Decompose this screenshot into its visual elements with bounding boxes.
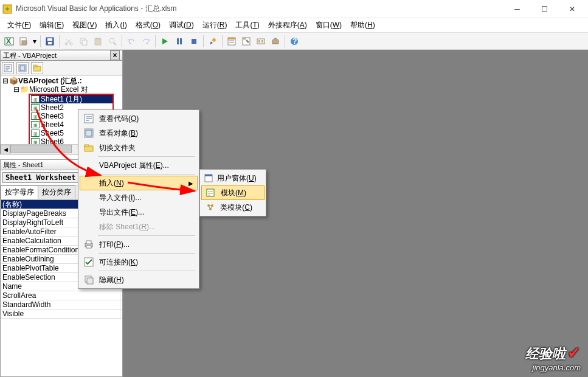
ctx-separator xyxy=(98,235,195,236)
svg-rect-55 xyxy=(205,175,212,176)
menu-格式[interactable]: 格式(O) xyxy=(132,19,164,32)
insert-submenu: 用户窗体(U)模块(M)类模块(C) xyxy=(199,169,266,216)
stop-icon[interactable] xyxy=(187,35,201,48)
properties-icon[interactable] xyxy=(240,35,253,48)
menu-运行[interactable]: 运行(R) xyxy=(199,19,231,32)
pause-icon[interactable] xyxy=(173,35,186,48)
tree-sheet-item[interactable]: ⊞Sheet1 (1月) xyxy=(31,95,112,103)
code-icon xyxy=(82,112,95,125)
menu-窗口[interactable]: 窗口(W) xyxy=(312,19,345,32)
view-code-icon[interactable] xyxy=(2,62,14,74)
tab-categorized[interactable]: 按分类序 xyxy=(38,185,75,199)
titlebar: ✦ Microsoft Visual Basic for Application… xyxy=(0,0,588,18)
close-button[interactable]: ✕ xyxy=(558,1,586,18)
svg-rect-53 xyxy=(87,278,93,284)
ctx-item-导出文件[interactable]: 导出文件(E)... xyxy=(80,205,198,220)
project-panel-close[interactable]: × xyxy=(110,50,120,60)
insert-icon[interactable] xyxy=(17,35,30,48)
ctx-item-label: VBAProject 属性(E)... xyxy=(99,161,169,171)
tree-root[interactable]: ⊟ 📦 VBAProject (汇总.: xyxy=(2,77,121,85)
ctx-item-label: 移除 Sheet1(R)... xyxy=(99,222,155,232)
svg-text:✦: ✦ xyxy=(4,5,10,13)
menu-调试[interactable]: 调试(D) xyxy=(165,19,198,32)
help-icon[interactable]: ? xyxy=(288,35,301,48)
svg-rect-39 xyxy=(33,65,37,67)
window-controls: ─ ☐ ✕ xyxy=(503,1,586,18)
svg-rect-17 xyxy=(177,38,179,44)
maximize-button[interactable]: ☐ xyxy=(531,1,558,18)
scroll-left-icon[interactable]: ◀ xyxy=(1,145,10,154)
ctx-separator xyxy=(98,253,195,254)
svg-rect-26 xyxy=(243,38,246,40)
object-browser-icon[interactable] xyxy=(254,35,268,48)
run-icon[interactable] xyxy=(158,35,171,48)
cut-icon[interactable] xyxy=(62,35,75,48)
copy-icon[interactable] xyxy=(77,35,90,48)
ctx-item-导入文件[interactable]: 导入文件(I)... xyxy=(80,190,198,205)
menu-工具[interactable]: 工具(T) xyxy=(232,19,263,32)
ctx-item-插入[interactable]: 插入(N)▶ xyxy=(80,176,198,190)
ctx-item-隐藏[interactable]: 隐藏(H) xyxy=(80,272,198,287)
tree-folder[interactable]: ⊟ 📁 Microsoft Excel 对 xyxy=(2,85,121,94)
menu-帮助[interactable]: 帮助(H) xyxy=(347,19,379,32)
tab-alphabetic[interactable]: 按字母序 xyxy=(1,185,38,199)
context-menu: 查看代码(O)查看对象(B)切换文件夹VBAProject 属性(E)...插入… xyxy=(78,109,199,289)
ctx-item-查看对象[interactable]: 查看对象(B) xyxy=(80,126,198,140)
submenu-arrow-icon: ▶ xyxy=(189,180,193,187)
property-row[interactable]: Visible-1 - xlSheetV xyxy=(1,310,123,319)
svg-line-16 xyxy=(114,43,116,45)
svg-rect-47 xyxy=(85,145,89,147)
ctx-item-用户窗体[interactable]: 用户窗体(U) xyxy=(201,171,265,185)
svg-rect-49 xyxy=(86,241,91,244)
svg-rect-7 xyxy=(47,38,52,41)
undo-icon[interactable] xyxy=(125,35,138,48)
menu-视图[interactable]: 视图(V) xyxy=(69,19,100,32)
menu-编辑[interactable]: 编辑(E) xyxy=(36,19,67,32)
ctx-item-类模块[interactable]: 类模块(C) xyxy=(201,200,265,215)
ctx-item-label: 类模块(C) xyxy=(220,202,252,213)
svg-rect-50 xyxy=(86,246,91,248)
svg-rect-8 xyxy=(48,42,52,44)
ctx-item-查看代码[interactable]: 查看代码(O) xyxy=(80,111,198,126)
paste-icon[interactable] xyxy=(91,35,105,48)
minimize-button[interactable]: ─ xyxy=(503,1,531,18)
design-icon[interactable] xyxy=(206,35,220,48)
ctx-item-label: 导入文件(I)... xyxy=(99,193,141,203)
ctx-separator xyxy=(98,271,195,271)
redo-icon[interactable] xyxy=(139,35,153,48)
menu-文件[interactable]: 文件(F) xyxy=(4,19,35,32)
toggle-folders-icon[interactable] xyxy=(31,62,43,74)
property-row[interactable]: StandardWidth8.38 xyxy=(1,300,123,310)
svg-text:?: ? xyxy=(292,37,297,46)
toolbox-icon[interactable] xyxy=(269,35,282,48)
svg-rect-45 xyxy=(86,130,92,136)
svg-text:X: X xyxy=(6,37,11,46)
save-icon[interactable] xyxy=(43,35,57,48)
property-row[interactable]: ScrollArea xyxy=(1,291,123,300)
ctx-item-模块[interactable]: 模块(M) xyxy=(201,185,265,200)
excel-icon[interactable]: X xyxy=(2,35,16,48)
ctx-item-label: 查看对象(B) xyxy=(99,128,138,139)
ctx-item-打印[interactable]: 打印(P)... xyxy=(80,237,198,252)
find-icon[interactable] xyxy=(106,35,119,48)
blank-icon xyxy=(82,159,95,171)
menu-外接程序[interactable]: 外接程序(A) xyxy=(265,19,311,32)
svg-rect-14 xyxy=(96,38,100,40)
ctx-item-可连接的[interactable]: 可连接的(K) xyxy=(80,255,198,269)
module-icon xyxy=(204,187,217,199)
ctx-item-VBAProject 属性[interactable]: VBAProject 属性(E)... xyxy=(80,158,198,173)
ctx-item-label: 隐藏(H) xyxy=(99,275,124,285)
print-icon xyxy=(82,238,95,251)
ctx-item-切换文件夹[interactable]: 切换文件夹 xyxy=(80,140,198,155)
ctx-item-label: 用户窗体(U) xyxy=(217,173,257,184)
blank-icon xyxy=(82,177,95,189)
menu-插入[interactable]: 插入(I) xyxy=(102,19,130,32)
hide-icon xyxy=(82,274,95,286)
ctx-item-label: 插入(N) xyxy=(99,178,124,188)
ctx-item-label: 可连接的(K) xyxy=(99,257,138,268)
view-object-icon[interactable] xyxy=(16,62,29,74)
dropdown-arrow-icon[interactable]: ▾ xyxy=(32,35,38,48)
svg-rect-5 xyxy=(22,41,27,44)
blank-icon xyxy=(82,221,95,233)
project-explorer-icon[interactable] xyxy=(225,35,238,48)
